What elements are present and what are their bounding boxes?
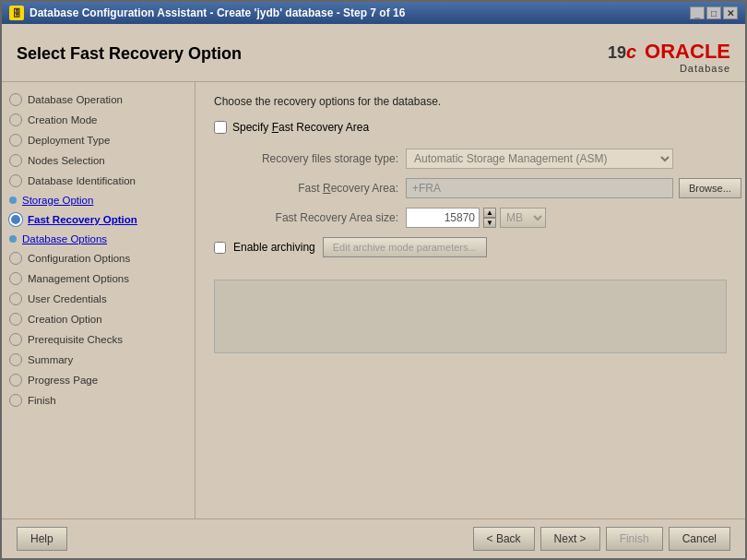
sidebar-item-nodes-selection: Nodes Selection [2, 150, 195, 171]
sidebar: Database Operation Creation Mode Deploym… [2, 82, 196, 518]
oracle-logo: 19c ORACLE Database [608, 33, 730, 74]
footer-right: < Back Next > Finish Cancel [473, 527, 730, 551]
specify-fra-checkbox[interactable] [214, 121, 227, 134]
step-circle-prerequisite-checks [9, 333, 22, 346]
title-bar-controls: _ □ ✕ [690, 6, 738, 19]
enable-archiving-label: Enable archiving [233, 241, 315, 254]
sidebar-item-prerequisite-checks: Prerequisite Checks [2, 329, 195, 350]
back-button[interactable]: < Back [473, 527, 535, 551]
recovery-files-label: Recovery files storage type: [232, 152, 398, 165]
fast-recovery-size-label: Fast Recovery Area size: [232, 211, 398, 224]
recovery-files-select-wrapper: Automatic Storage Management (ASM) [406, 149, 673, 169]
step-circle-nodes-selection [9, 154, 22, 167]
footer: Help < Back Next > Finish Cancel [2, 518, 745, 558]
main-content: Database Operation Creation Mode Deploym… [2, 82, 745, 518]
title-bar: 🗄 Database Configuration Assistant - Cre… [2, 2, 745, 24]
app-icon: 🗄 [9, 6, 24, 20]
oracle-brand-text: ORACLE [645, 40, 730, 63]
recovery-files-row: Recovery files storage type: Automatic S… [232, 149, 727, 169]
sidebar-item-database-options[interactable]: Database Options [2, 230, 195, 248]
spin-up-button: ▲ [483, 208, 496, 218]
page-title: Select Fast Recovery Option [17, 44, 242, 64]
step-circle-deployment-type [9, 134, 22, 147]
page-header: Select Fast Recovery Option 19c ORACLE D… [2, 24, 745, 82]
sidebar-item-creation-option: Creation Option [2, 309, 195, 329]
bottom-text-area [214, 280, 727, 353]
specify-fra-label: Specify Fast Recovery Area [232, 121, 369, 134]
step-circle-user-credentials [9, 292, 22, 305]
fast-recovery-area-control: Browse... [406, 178, 741, 198]
dot-fast-recovery [9, 213, 22, 226]
step-circle-progress-page [9, 374, 22, 387]
step-circle-database-identification [9, 174, 22, 187]
content-description: Choose the recovery options for the data… [214, 95, 727, 108]
fast-recovery-size-input[interactable] [406, 208, 480, 228]
sidebar-item-storage-option[interactable]: Storage Option [2, 191, 195, 209]
recovery-files-control: Automatic Storage Management (ASM) [406, 149, 673, 169]
sidebar-item-creation-mode: Creation Mode [2, 110, 195, 130]
sidebar-item-finish: Finish [2, 390, 195, 411]
size-spinner: ▲ ▼ [483, 208, 496, 228]
specify-checkbox-row: Specify Fast Recovery Area [214, 121, 727, 134]
oracle-version: 19c ORACLE [608, 33, 730, 63]
oracle-product: Database [680, 63, 730, 74]
sidebar-item-fast-recovery-option[interactable]: Fast Recovery Option [2, 209, 195, 230]
help-button[interactable]: Help [17, 527, 67, 551]
spin-down-button: ▼ [483, 218, 496, 228]
cancel-button[interactable]: Cancel [669, 527, 730, 551]
step-circle-creation-option [9, 313, 22, 326]
sidebar-item-management-options: Management Options [2, 268, 195, 289]
finish-button: Finish [606, 527, 663, 551]
sidebar-item-deployment-type: Deployment Type [2, 130, 195, 150]
size-unit-select: MB GB TB [500, 208, 546, 228]
sidebar-item-database-operation: Database Operation [2, 89, 195, 110]
fast-recovery-size-control: ▲ ▼ MB GB TB [406, 208, 546, 228]
step-circle-summary [9, 353, 22, 366]
sidebar-item-user-credentials: User Credentials [2, 289, 195, 309]
sidebar-item-summary: Summary [2, 350, 195, 370]
step-circle-database-operation [9, 93, 22, 106]
sidebar-item-database-identification: Database Identification [2, 171, 195, 191]
fast-recovery-area-row: Fast Recovery Area: Browse... [232, 178, 727, 198]
dot-database-options [9, 235, 17, 243]
archive-row: Enable archiving Edit archive mode param… [214, 237, 727, 257]
step-circle-configuration-options [9, 252, 22, 265]
window-title: Database Configuration Assistant - Creat… [30, 6, 405, 19]
form-section: Recovery files storage type: Automatic S… [232, 149, 727, 228]
next-button[interactable]: Next > [540, 527, 600, 551]
minimize-button[interactable]: _ [690, 6, 705, 19]
close-button[interactable]: ✕ [723, 6, 738, 19]
step-circle-management-options [9, 272, 22, 285]
content-area: Choose the recovery options for the data… [196, 82, 745, 518]
sidebar-item-progress-page: Progress Page [2, 370, 195, 390]
fast-recovery-area-label: Fast Recovery Area: [232, 182, 398, 195]
footer-left: Help [17, 527, 67, 551]
enable-archiving-checkbox[interactable] [214, 242, 226, 254]
step-circle-creation-mode [9, 113, 22, 126]
recovery-files-select: Automatic Storage Management (ASM) [406, 149, 673, 169]
sidebar-item-configuration-options: Configuration Options [2, 248, 195, 268]
title-bar-left: 🗄 Database Configuration Assistant - Cre… [9, 6, 405, 20]
edit-archive-button: Edit archive mode parameters... [323, 237, 487, 257]
step-circle-finish [9, 394, 22, 407]
main-window: 🗄 Database Configuration Assistant - Cre… [0, 0, 747, 560]
fast-recovery-area-input[interactable] [406, 178, 673, 198]
browse-button: Browse... [679, 178, 741, 198]
maximize-button[interactable]: □ [706, 6, 721, 19]
fast-recovery-size-row: Fast Recovery Area size: ▲ ▼ MB GB TB [232, 208, 727, 228]
dot-storage-option [9, 197, 17, 204]
